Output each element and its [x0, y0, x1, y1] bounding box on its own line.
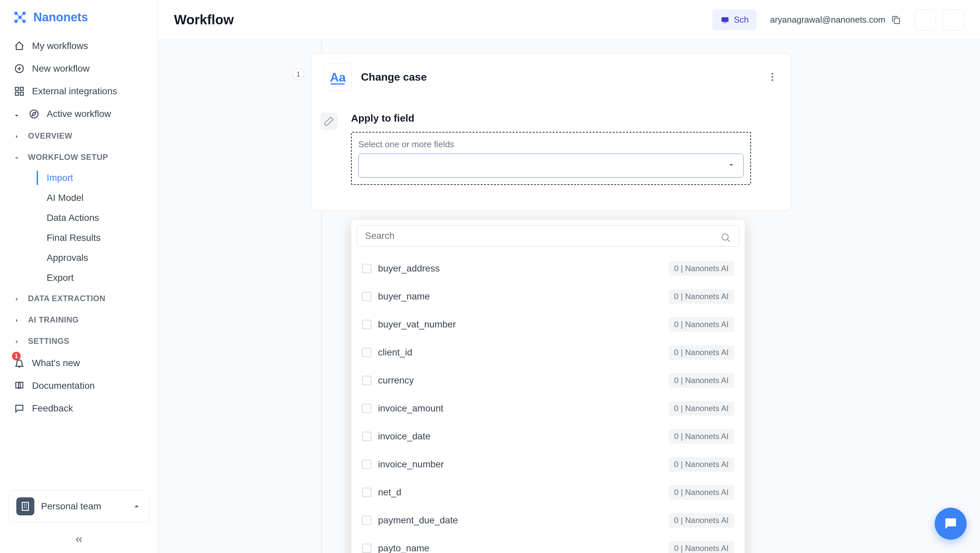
- nav-whats-new[interactable]: 1 What's new: [0, 352, 158, 375]
- checkbox[interactable]: [362, 320, 371, 329]
- chat-icon: [720, 15, 730, 25]
- chevron-right-icon: [13, 316, 20, 323]
- collapse-sidebar[interactable]: [0, 529, 158, 553]
- sub-ai-model[interactable]: AI Model: [0, 188, 158, 208]
- logo[interactable]: Nanonets: [0, 0, 158, 32]
- item-tag: 0 | Nanonets AI: [669, 289, 734, 304]
- svg-point-19: [722, 234, 728, 240]
- nav-label: What's new: [32, 358, 80, 369]
- item-label: client_id: [378, 347, 662, 358]
- dropdown-item[interactable]: net_d0 | Nanonets AI: [357, 478, 739, 506]
- checkbox[interactable]: [362, 432, 371, 441]
- chat-bubble-icon: [943, 516, 959, 532]
- nav-feedback[interactable]: Feedback: [0, 397, 158, 420]
- dropdown-item[interactable]: buyer_address0 | Nanonets AI: [357, 254, 739, 283]
- field-dropdown: buyer_address0 | Nanonets AIbuyer_name0 …: [352, 220, 745, 553]
- svg-text:Aa: Aa: [330, 70, 346, 84]
- search-input[interactable]: [357, 225, 739, 246]
- search-icon: [721, 232, 731, 243]
- checkbox[interactable]: [362, 516, 371, 525]
- header-button-1[interactable]: [915, 10, 936, 31]
- item-tag: 0 | Nanonets AI: [669, 345, 734, 360]
- dropdown-item[interactable]: buyer_vat_number0 | Nanonets AI: [357, 310, 739, 338]
- nav-new-workflow[interactable]: New workflow: [0, 57, 158, 80]
- book-icon: [13, 380, 25, 392]
- building-icon: [16, 497, 34, 515]
- svg-rect-12: [722, 17, 729, 22]
- card-menu[interactable]: [766, 70, 779, 84]
- sub-import[interactable]: Import: [0, 168, 158, 188]
- chevron-right-icon: [13, 133, 20, 139]
- checkbox[interactable]: [362, 543, 371, 553]
- field-label: Select one or more fields: [358, 139, 744, 149]
- section-overview[interactable]: OVERVIEW: [0, 125, 158, 146]
- item-label: invoice_amount: [378, 403, 662, 414]
- dropdown-item[interactable]: payment_due_date0 | Nanonets AI: [357, 506, 739, 534]
- edit-icon: [320, 113, 338, 130]
- section-label: OVERVIEW: [28, 131, 72, 141]
- checkbox[interactable]: [362, 488, 371, 497]
- chat-launcher[interactable]: [935, 508, 967, 540]
- nav-external-integrations[interactable]: External integrations: [0, 80, 158, 103]
- section-workflow-setup[interactable]: WORKFLOW SETUP: [0, 146, 158, 168]
- item-tag: 0 | Nanonets AI: [669, 401, 734, 416]
- item-tag: 0 | Nanonets AI: [669, 373, 734, 388]
- checkbox[interactable]: [362, 348, 371, 357]
- nav-label: My workflows: [32, 41, 88, 51]
- checkbox[interactable]: [362, 460, 371, 469]
- card-title: Change case: [361, 71, 756, 83]
- checkbox[interactable]: [362, 404, 371, 413]
- nav-my-workflows[interactable]: My workflows: [0, 35, 158, 57]
- item-label: net_d: [378, 487, 662, 498]
- nav: My workflows New workflow External integ…: [0, 32, 158, 484]
- nav-label: New workflow: [32, 63, 90, 74]
- brand-name: Nanonets: [33, 10, 88, 24]
- checkbox[interactable]: [362, 292, 371, 301]
- nav-label: Documentation: [32, 380, 95, 391]
- svg-point-17: [772, 76, 773, 78]
- section-label: WORKFLOW SETUP: [28, 153, 108, 162]
- field-select[interactable]: [358, 154, 744, 178]
- step-number: 1: [292, 68, 304, 80]
- checkbox[interactable]: [362, 264, 371, 273]
- dropdown-item[interactable]: buyer_name0 | Nanonets AI: [357, 283, 739, 310]
- dropdown-item[interactable]: currency0 | Nanonets AI: [357, 366, 739, 394]
- team-name: Personal team: [41, 501, 125, 512]
- email-text: aryanagrawal@nanonets.com: [770, 15, 885, 25]
- sub-export[interactable]: Export: [0, 268, 158, 288]
- copy-icon[interactable]: [891, 15, 901, 25]
- home-icon: [13, 40, 25, 52]
- section-settings[interactable]: SETTINGS: [0, 331, 158, 352]
- change-case-icon: Aa: [324, 63, 352, 91]
- dropdown-item[interactable]: invoice_number0 | Nanonets AI: [357, 450, 739, 478]
- nav-documentation[interactable]: Documentation: [0, 375, 158, 397]
- chevron-right-icon: [13, 295, 20, 302]
- dropdown-item[interactable]: invoice_amount0 | Nanonets AI: [357, 394, 739, 423]
- nav-active-workflow[interactable]: Active workflow: [0, 103, 158, 125]
- header-button-2[interactable]: [943, 10, 964, 31]
- section-data-extraction[interactable]: DATA EXTRACTION: [0, 288, 158, 309]
- card-header: Aa Change case: [312, 54, 791, 101]
- sub-approvals[interactable]: Approvals: [0, 248, 158, 268]
- dropdown-item[interactable]: payto_name0 | Nanonets AI: [357, 534, 739, 553]
- team-selector[interactable]: Personal team: [8, 490, 150, 522]
- sub-data-actions[interactable]: Data Actions: [0, 208, 158, 228]
- item-label: buyer_address: [378, 263, 662, 274]
- header: Workflow Sch aryanagrawal@nanonets.com: [158, 0, 980, 40]
- section-ai-training[interactable]: AI TRAINING: [0, 309, 158, 331]
- section-label: SETTINGS: [28, 337, 69, 346]
- schedule-button[interactable]: Sch: [712, 10, 757, 30]
- grid-icon: [13, 85, 25, 97]
- item-tag: 0 | Nanonets AI: [669, 317, 734, 332]
- chevron-up-icon: [132, 502, 142, 511]
- item-label: invoice_date: [378, 431, 662, 442]
- checkbox[interactable]: [362, 376, 371, 385]
- sub-final-results[interactable]: Final Results: [0, 228, 158, 248]
- chevron-double-left-icon: [74, 534, 84, 545]
- item-label: currency: [378, 375, 662, 386]
- item-label: buyer_name: [378, 291, 662, 302]
- item-tag: 0 | Nanonets AI: [669, 429, 734, 444]
- dropdown-item[interactable]: invoice_date0 | Nanonets AI: [357, 423, 739, 450]
- dropdown-item[interactable]: client_id0 | Nanonets AI: [357, 338, 739, 366]
- svg-point-16: [772, 73, 773, 75]
